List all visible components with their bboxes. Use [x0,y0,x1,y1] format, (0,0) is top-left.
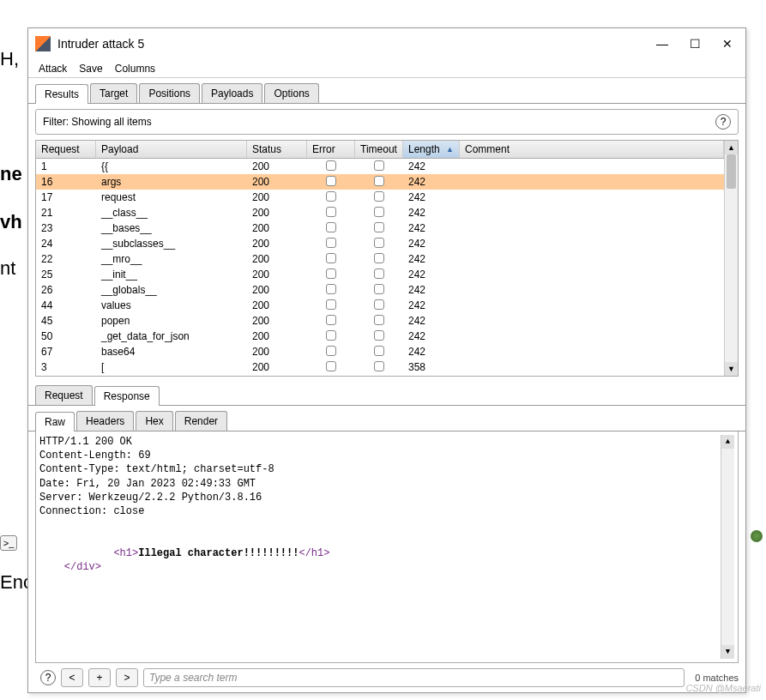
content-scrollbar[interactable]: ▲ ▼ [721,435,734,659]
checkbox [326,284,336,294]
table-body: 1{{20024216args20024217request20024221__… [36,159,724,376]
tab-results[interactable]: Results [35,84,88,104]
match-count: 0 matches [695,673,739,683]
checkbox [374,269,384,279]
checkbox [326,299,336,310]
checkbox [374,315,384,325]
reqresp-tabs: Request Response [28,377,745,406]
response-content[interactable]: HTTP/1.1 200 OK Content-Length: 69 Conte… [35,431,739,663]
tab-hex[interactable]: Hex [136,411,172,431]
checkbox [326,160,336,171]
filter-bar[interactable]: Filter: Showing all items ? [35,109,739,135]
tab-target[interactable]: Target [90,83,137,103]
tab-headers[interactable]: Headers [76,411,134,431]
scroll-up-icon[interactable]: ▲ [721,435,734,449]
search-bar: ? < + > Type a search term 0 matches [28,663,745,692]
table-row[interactable]: 21__class__200242 [36,205,724,220]
tab-render[interactable]: Render [175,411,227,431]
filter-text: Filter: Showing all items [43,116,710,128]
table-row[interactable]: 24__subclasses__200242 [36,236,724,251]
col-request[interactable]: Request [36,141,96,158]
titlebar: Intruder attack 5 — ☐ ✕ [28,28,745,59]
checkbox [326,222,336,232]
help-icon[interactable]: ? [715,114,731,130]
checkbox [374,176,384,186]
col-payload[interactable]: Payload [96,141,247,158]
col-timeout[interactable]: Timeout [355,141,403,158]
col-status[interactable]: Status [247,141,307,158]
search-next-button[interactable]: > [116,668,138,687]
main-tabs: Results Target Positions Payloads Option… [28,78,745,104]
checkbox [326,253,336,263]
tab-payloads[interactable]: Payloads [202,83,262,103]
bg-text: ne [0,163,22,185]
checkbox [326,315,336,325]
bg-text: vh [0,211,22,233]
col-length[interactable]: Length▲ [403,141,460,158]
checkbox [326,238,336,248]
search-input[interactable]: Type a search term [143,668,685,687]
scroll-down-icon[interactable]: ▼ [725,362,738,376]
table-row[interactable]: 1{{200242 [36,159,724,174]
table-row[interactable]: 25__init__200242 [36,267,724,282]
view-tabs: Raw Headers Hex Render [28,406,745,431]
checkbox [326,191,336,202]
table-row[interactable]: 44values200242 [36,298,724,313]
checkbox [374,222,384,232]
menu-save[interactable]: Save [75,61,106,76]
checkbox [374,191,384,202]
close-button[interactable]: ✕ [721,38,733,50]
response-raw[interactable]: HTTP/1.1 200 OK Content-Length: 69 Conte… [39,435,721,659]
menu-columns[interactable]: Columns [112,61,159,76]
checkbox [374,299,384,310]
checkbox [326,207,336,217]
checkbox [374,346,384,356]
tab-positions[interactable]: Positions [139,83,200,103]
tab-raw[interactable]: Raw [35,412,75,431]
bg-text: nt [0,257,15,280]
window-title: Intruder attack 5 [57,37,656,51]
checkbox [374,361,384,371]
scroll-thumb[interactable] [727,154,736,189]
scroll-up-icon[interactable]: ▲ [725,141,738,154]
watermark: CSDN @Msaerati [685,683,761,693]
table-row[interactable]: 23__bases__200242 [36,220,724,236]
bg-text: H, [0,48,19,70]
tab-options[interactable]: Options [264,83,318,103]
checkbox [374,330,384,341]
app-icon [35,36,51,51]
table-row[interactable]: 16args200242 [36,174,724,190]
help-icon[interactable]: ? [40,670,56,685]
checkbox [326,361,336,371]
scrollbar[interactable]: ▲ ▼ [724,141,738,376]
table-row[interactable]: 67base64200242 [36,344,724,359]
table-row[interactable]: 26__globals__200242 [36,282,724,298]
table-row[interactable]: 17request200242 [36,190,724,205]
checkbox [326,330,336,341]
intruder-window: Intruder attack 5 — ☐ ✕ Attack Save Colu… [27,27,746,693]
side-expand-icon[interactable]: >_ [0,535,17,551]
checkbox [374,253,384,263]
scroll-down-icon[interactable]: ▼ [721,645,734,659]
checkbox [326,346,336,356]
table-row[interactable]: 45popen200242 [36,313,724,329]
table-row[interactable]: 50_get_data_for_json200242 [36,329,724,344]
table-row[interactable]: 3[200358 [36,359,724,375]
tab-request[interactable]: Request [35,385,93,405]
maximize-button[interactable]: ☐ [689,38,701,50]
results-table: Request Payload Status Error Timeout Len… [35,140,739,377]
minimize-button[interactable]: — [656,38,668,50]
menu-attack[interactable]: Attack [35,61,70,76]
col-error[interactable]: Error [307,141,355,158]
checkbox [374,284,384,294]
search-prev-button[interactable]: < [61,668,83,687]
col-comment[interactable]: Comment [460,141,724,158]
table-row[interactable]: 4]200358 [36,375,724,376]
sort-asc-icon: ▲ [446,145,454,154]
checkbox [326,269,336,279]
tab-response[interactable]: Response [94,386,160,406]
table-row[interactable]: 22__mro__200242 [36,251,724,267]
side-circle-icon [751,530,763,542]
search-add-button[interactable]: + [88,668,111,687]
checkbox [326,176,336,186]
